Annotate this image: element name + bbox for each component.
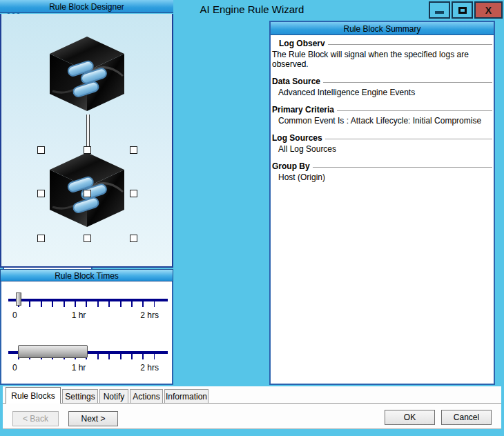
next-button[interactable]: Next > [68,411,118,426]
ok-button[interactable]: OK [385,410,435,425]
summary-section-value: Common Event Is : Attack Lifecycle: Init… [278,116,492,126]
summary-section-value: Host (Origin) [278,172,492,182]
ai-engine-rule-wizard-window: AI Engine Rule Wizard X Rule Block Types… [0,0,504,436]
summary-section: Primary Criteria Common Event Is : Attac… [272,105,492,126]
designer-cube-top[interactable] [46,33,128,116]
rule-block-summary-header: Rule Block Summary [271,22,494,35]
selection-handle[interactable] [37,235,45,242]
summary-section-value: Advanced Intelligence Engine Events [278,88,492,97]
summary-section: Group By Host (Origin) [272,161,492,182]
selection-handle[interactable] [130,235,137,242]
summary-section-heading: Log Sources [272,133,492,143]
selection-handle[interactable] [84,190,91,197]
summary-section: Log Sources All Log Sources [272,133,492,154]
rule-block-times-header: Rule Block Times [0,269,173,281]
close-icon: X [485,5,492,16]
selection-handle[interactable] [130,146,137,154]
designer-canvas[interactable] [0,14,173,268]
tab-information[interactable]: Information [164,389,209,404]
slider2-labels: 0 1 hr 2 hrs [12,363,159,373]
summary-section: Data Source Advanced Intelligence Engine… [272,77,492,97]
close-button[interactable]: X [474,1,503,19]
slider1-ticks [18,301,155,307]
summary-body: Log Observ The Rule Block will signal wh… [271,36,494,384]
slider1-thumb[interactable] [16,293,21,306]
rule-block-designer-panel: Rule Block Designer [0,0,173,364]
cancel-button[interactable]: Cancel [441,410,492,425]
selection-handle[interactable] [37,190,45,197]
summary-section-value: All Log Sources [278,144,492,154]
back-button[interactable]: < Back [12,411,59,426]
rule-block-designer-header: Rule Block Designer [0,0,173,13]
summary-section-heading: Primary Criteria [272,105,492,115]
selection-handle[interactable] [37,146,45,154]
minimize-button[interactable] [429,1,450,19]
summary-section-heading: Data Source [272,77,492,86]
summary-section-value: The Rule Block will signal when the spec… [272,50,492,69]
bottom-bar: Rule Blocks Settings Notify Actions Info… [3,386,501,429]
maximize-button[interactable] [452,1,473,19]
selection-handle[interactable] [84,146,91,154]
rule-block-summary-panel: Rule Block Summary Log Observ The Rule B… [269,21,495,385]
tab-settings[interactable]: Settings [62,389,98,404]
minimize-icon [435,11,444,14]
summary-section-heading: Group By [272,161,492,171]
summary-section: Log Observ The Rule Block will signal wh… [272,39,492,69]
tab-notify[interactable]: Notify [99,389,128,404]
slider1-labels: 0 1 hr 2 hrs [12,310,159,320]
tab-rule-blocks[interactable]: Rule Blocks [6,387,61,404]
summary-section-heading: Log Observ [272,39,492,48]
selection-handle[interactable] [130,190,137,197]
maximize-icon [458,7,467,14]
slider2-range-bar[interactable] [18,345,88,358]
selection-handle[interactable] [84,235,91,242]
rule-block-times-body: 0 1 hr 2 hrs 0 1 hr 2 hrs [0,281,173,385]
tab-actions[interactable]: Actions [130,389,163,404]
